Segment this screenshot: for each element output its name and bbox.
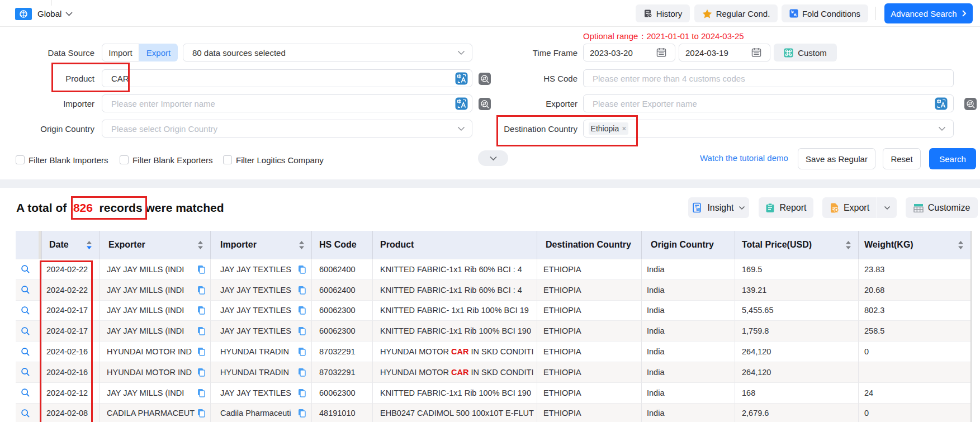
- svg-text:BI: BI: [697, 207, 700, 211]
